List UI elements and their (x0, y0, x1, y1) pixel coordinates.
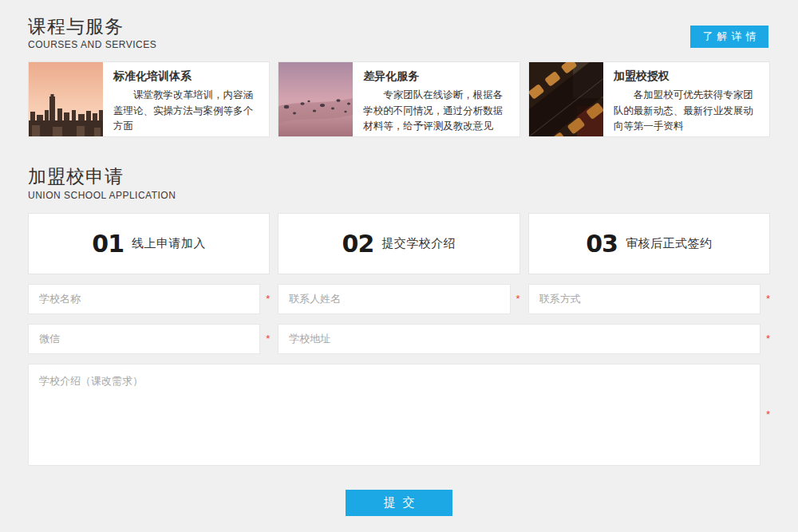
step-label: 提交学校介绍 (381, 236, 456, 251)
required-asterisk: * (511, 293, 520, 305)
contact-name-input[interactable] (278, 284, 510, 314)
courses-section-header: 课程与服务 COURSES AND SERVICES 了解详情 (0, 0, 798, 50)
school-intro-field: * (28, 364, 770, 466)
contact-name-field: * (278, 284, 519, 314)
step-card-sign-contract: 03 审核后正式签约 (528, 213, 770, 274)
step-label: 线上申请加入 (132, 236, 206, 251)
submit-button[interactable]: 提交 (346, 490, 452, 516)
course-card-title: 标准化培训体系 (113, 69, 263, 84)
wechat-input[interactable] (28, 324, 260, 354)
course-card-franchise-authorization: 加盟校授权 各加盟校可优先获得专家团队的最新动态、最新行业发展动向等第一手资料 (528, 61, 770, 137)
course-card-standardized-training: 标准化培训体系 课堂教学改革培训，内容涵盖理论、实操方法与案例等多个方面 (28, 61, 270, 137)
school-name-input[interactable] (28, 284, 260, 314)
desert-dusk-photo (279, 62, 353, 136)
course-cards-row: 标准化培训体系 课堂教学改革培训，内容涵盖理论、实操方法与案例等多个方面 (28, 61, 770, 137)
step-number: 01 (92, 230, 124, 258)
step-label: 审核后正式签约 (626, 236, 713, 251)
contact-method-field: * (528, 284, 770, 314)
course-card-desc: 专家团队在线诊断，根据各学校的不同情况，通过分析数据材料等，给予评测及教改意见 (363, 88, 512, 134)
application-section-titles: 加盟校申请 UNION SCHOOL APPLICATION (28, 166, 176, 200)
application-steps-row: 01 线上申请加入 02 提交学校介绍 03 审核后正式签约 (28, 213, 770, 274)
learn-more-button[interactable]: 了解详情 (690, 26, 768, 48)
course-card-desc: 各加盟校可优先获得专家团队的最新动态、最新行业发展动向等第一手资料 (614, 88, 763, 134)
wechat-field: * (28, 324, 270, 354)
step-card-submit-intro: 02 提交学校介绍 (278, 213, 519, 274)
course-card-title: 加盟校授权 (614, 69, 763, 84)
step-card-apply-online: 01 线上申请加入 (28, 213, 270, 274)
required-asterisk: * (260, 333, 270, 345)
application-section-header: 加盟校申请 UNION SCHOOL APPLICATION (0, 137, 798, 200)
courses-section-title: 课程与服务 (28, 16, 156, 37)
submit-row: 提交 (0, 490, 798, 516)
step-number: 02 (342, 230, 374, 258)
course-card-desc: 课堂教学改革培训，内容涵盖理论、实操方法与案例等多个方面 (113, 88, 263, 134)
application-form: * * * * * * (28, 284, 770, 466)
step-number: 03 (586, 230, 618, 258)
school-address-input[interactable] (278, 324, 760, 354)
course-card-title: 差异化服务 (363, 69, 512, 84)
school-address-field: * (278, 324, 770, 354)
school-name-field: * (28, 284, 270, 314)
required-asterisk: * (760, 333, 770, 345)
course-card-differentiated-service: 差异化服务 专家团队在线诊断，根据各学校的不同情况，通过分析数据材料等，给予评测… (278, 61, 519, 137)
application-section-title: 加盟校申请 (28, 166, 176, 187)
contact-method-input[interactable] (528, 284, 760, 314)
required-asterisk: * (260, 293, 270, 305)
course-card-body: 差异化服务 专家团队在线诊断，根据各学校的不同情况，通过分析数据材料等，给予评测… (353, 62, 519, 136)
school-intro-textarea[interactable] (28, 364, 760, 466)
required-asterisk: * (760, 293, 770, 305)
film-strip-photo (529, 62, 603, 136)
city-skyline-sunset-photo (29, 62, 103, 136)
application-section-subtitle: UNION SCHOOL APPLICATION (28, 190, 176, 201)
courses-section-titles: 课程与服务 COURSES AND SERVICES (28, 16, 156, 50)
courses-section-subtitle: COURSES AND SERVICES (28, 39, 156, 50)
required-asterisk: * (760, 408, 770, 420)
course-card-body: 加盟校授权 各加盟校可优先获得专家团队的最新动态、最新行业发展动向等第一手资料 (603, 62, 769, 136)
course-card-body: 标准化培训体系 课堂教学改革培训，内容涵盖理论、实操方法与案例等多个方面 (103, 62, 269, 136)
page: 课程与服务 COURSES AND SERVICES 了解详情 (0, 0, 798, 532)
